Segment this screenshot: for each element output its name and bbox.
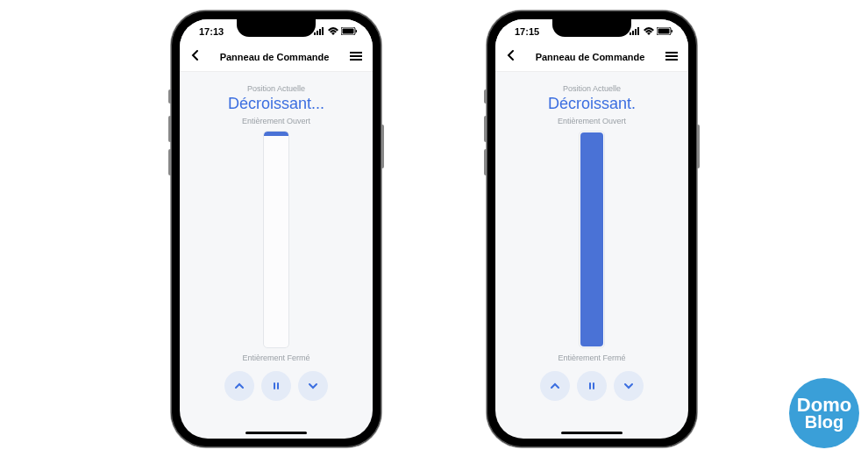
wifi-icon: [328, 27, 338, 35]
status-icons: [630, 27, 672, 35]
status-icons: [314, 27, 357, 35]
svg-rect-1: [317, 31, 318, 35]
slider-fill: [264, 132, 288, 136]
pause-button[interactable]: [261, 371, 291, 401]
svg-rect-0: [314, 32, 316, 35]
notch: [552, 19, 631, 37]
closed-label: Entièrement Fermé: [242, 353, 309, 362]
closed-label: Entièrement Fermé: [558, 353, 625, 362]
svg-rect-6: [356, 30, 358, 32]
status-time: 17:15: [515, 26, 539, 37]
svg-rect-12: [630, 32, 631, 35]
back-button[interactable]: [506, 49, 515, 65]
status-time: 17:13: [199, 26, 224, 37]
back-button[interactable]: [190, 49, 199, 65]
up-button[interactable]: [224, 371, 254, 401]
menu-button[interactable]: [350, 49, 362, 65]
svg-rect-5: [343, 29, 354, 34]
svg-rect-13: [632, 31, 634, 35]
header-title: Panneau de Commande: [220, 52, 330, 62]
open-label: Entièrement Ouvert: [242, 117, 310, 125]
position-status: Décroissant...: [228, 95, 324, 113]
position-label: Position Actuelle: [563, 84, 621, 93]
home-indicator[interactable]: [245, 432, 307, 434]
cellular-icon: [630, 27, 641, 35]
screen: 17:13 Panneau de Commande Position Actue…: [180, 19, 373, 439]
position-status: Décroissant.: [548, 95, 636, 113]
menu-button[interactable]: [665, 49, 678, 65]
volume-up: [484, 116, 487, 142]
volume-down: [484, 149, 487, 175]
battery-icon: [341, 27, 357, 35]
screen: 17:15 Panneau de Commande Position Actue…: [495, 19, 688, 439]
position-slider[interactable]: [579, 131, 605, 348]
power-button: [697, 125, 700, 168]
cellular-icon: [314, 27, 325, 35]
app-header: Panneau de Commande: [180, 44, 373, 72]
svg-rect-3: [322, 27, 324, 35]
phone-frame: 17:15 Panneau de Commande Position Actue…: [487, 11, 697, 447]
silent-switch: [484, 89, 487, 104]
down-button[interactable]: [298, 371, 328, 401]
svg-rect-2: [319, 29, 321, 35]
volume-down: [168, 149, 171, 175]
pause-button[interactable]: [577, 371, 607, 401]
notch: [237, 19, 316, 37]
open-label: Entièrement Ouvert: [558, 117, 626, 125]
control-buttons: [540, 371, 644, 401]
silent-switch: [168, 89, 171, 104]
up-button[interactable]: [540, 371, 570, 401]
home-indicator[interactable]: [561, 432, 623, 434]
slider-fill: [580, 132, 603, 346]
logo-line2: Blog: [805, 414, 843, 430]
content-area: Position Actuelle Décroissant. Entièreme…: [495, 72, 688, 406]
phone-frame: 17:13 Panneau de Commande Position Actue…: [171, 11, 381, 447]
header-title: Panneau de Commande: [536, 52, 645, 62]
logo-line1: Domo: [797, 396, 851, 414]
svg-rect-18: [672, 30, 673, 32]
battery-icon: [657, 27, 672, 35]
position-slider[interactable]: [263, 131, 289, 348]
control-buttons: [224, 371, 328, 401]
svg-rect-15: [637, 27, 639, 35]
svg-rect-17: [658, 29, 670, 34]
content-area: Position Actuelle Décroissant... Entière…: [180, 72, 373, 406]
down-button[interactable]: [614, 371, 644, 401]
app-header: Panneau de Commande: [495, 44, 688, 72]
volume-up: [168, 116, 171, 142]
position-label: Position Actuelle: [247, 84, 305, 93]
domoblog-logo: Domo Blog: [789, 378, 859, 448]
wifi-icon: [644, 27, 654, 35]
power-button: [381, 125, 384, 168]
svg-rect-14: [635, 29, 637, 35]
